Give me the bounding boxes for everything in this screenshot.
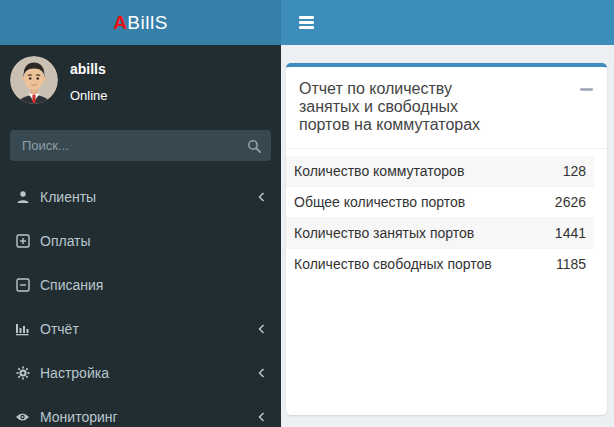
top-navbar: ABillS — [0, 0, 614, 45]
abills-app: ABillS — [0, 0, 614, 427]
row-value: 1441 — [530, 218, 594, 249]
user-icon — [15, 190, 30, 205]
logo-accent-letter: A — [113, 12, 127, 34]
plus-square-icon — [15, 234, 30, 249]
row-label: Количество свободных портов — [286, 249, 530, 280]
chevron-left-icon — [257, 323, 266, 335]
sidebar-item-report[interactable]: Отчёт — [0, 307, 281, 351]
minus-square-icon — [15, 278, 30, 293]
row-label: Количество коммутаторов — [286, 156, 530, 187]
main-content: Отчет по количеству занятых и свободных … — [281, 45, 614, 427]
menu-icon — [299, 16, 314, 19]
user-panel: abills Online — [0, 45, 281, 104]
search-input[interactable] — [10, 130, 237, 161]
table-row: Количество коммутаторов 128 — [286, 156, 594, 187]
sidebar-item-settings[interactable]: Настройка — [0, 351, 281, 395]
sidebar-item-label: Мониторинг — [40, 409, 118, 425]
user-status-link[interactable]: Online — [70, 88, 108, 103]
minus-icon — [580, 87, 593, 92]
report-panel-header: Отчет по количеству занятых и свободных … — [286, 67, 607, 149]
table-row: Количество свободных портов 1185 — [286, 249, 594, 280]
sidebar-item-charges[interactable]: Списания — [0, 263, 281, 307]
bar-chart-icon — [15, 322, 30, 337]
sidebar-toggle-button[interactable] — [293, 8, 320, 37]
avatar — [10, 56, 58, 104]
chevron-left-icon — [257, 411, 266, 423]
sidebar-item-clients[interactable]: Клиенты — [0, 175, 281, 219]
row-value: 1185 — [530, 249, 594, 280]
navbar-right — [281, 0, 614, 45]
table-row: Количество занятых портов 1441 — [286, 218, 594, 249]
sidebar-menu: Клиенты Оплаты — [0, 175, 281, 427]
sidebar: abills Online — [0, 45, 281, 427]
sidebar-search-form — [10, 130, 271, 161]
row-label: Общее количество портов — [286, 187, 530, 218]
male-cartoon-avatar — [10, 56, 58, 104]
report-panel-body: Количество коммутаторов 128 Общее количе… — [286, 149, 607, 279]
sidebar-item-label: Настройка — [40, 365, 109, 381]
user-name: abills — [70, 61, 108, 77]
search-icon — [247, 139, 261, 153]
sidebar-item-label: Клиенты — [40, 189, 96, 205]
gear-icon — [15, 366, 30, 381]
table-row: Общее количество портов 2626 — [286, 187, 594, 218]
eye-icon — [15, 410, 30, 425]
sidebar-item-monitoring[interactable]: Мониторинг — [0, 395, 281, 427]
row-value: 128 — [530, 156, 594, 187]
search-submit-button[interactable] — [237, 130, 271, 161]
app-logo[interactable]: ABillS — [0, 0, 281, 45]
sidebar-item-label: Отчёт — [40, 321, 79, 337]
logo-text: BillS — [127, 12, 168, 34]
sidebar-item-payments[interactable]: Оплаты — [0, 219, 281, 263]
sidebar-item-label: Оплаты — [40, 233, 91, 249]
sidebar-item-label: Списания — [40, 277, 103, 293]
row-label: Количество занятых портов — [286, 218, 530, 249]
report-title: Отчет по количеству занятых и свободных … — [299, 80, 511, 134]
chevron-left-icon — [257, 191, 266, 203]
row-value: 2626 — [530, 187, 594, 218]
chevron-left-icon — [257, 367, 266, 379]
report-table: Количество коммутаторов 128 Общее количе… — [286, 156, 594, 279]
report-panel: Отчет по количеству занятых и свободных … — [286, 63, 607, 415]
collapse-panel-button[interactable] — [576, 83, 597, 96]
user-info: abills Online — [70, 56, 108, 104]
